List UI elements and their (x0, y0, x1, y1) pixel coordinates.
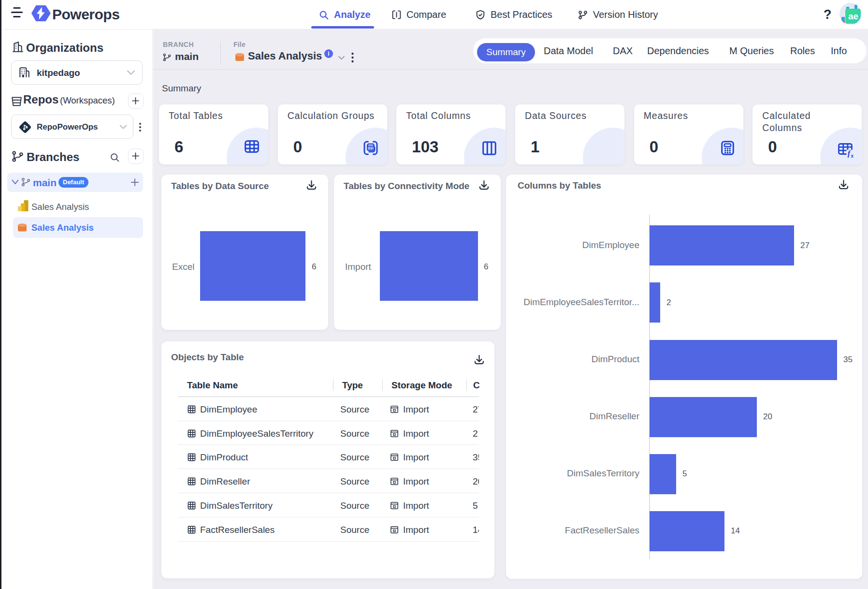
svg-text:x: x (851, 153, 854, 158)
svg-text:ae: ae (848, 11, 858, 21)
